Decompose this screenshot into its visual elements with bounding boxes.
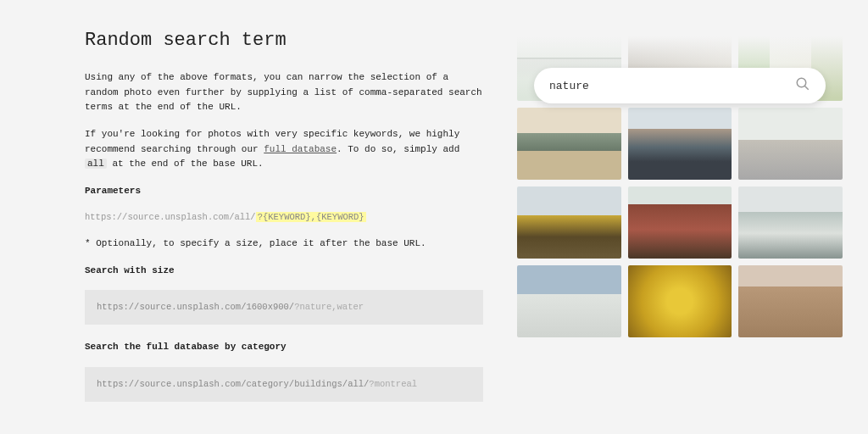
grid-thumbnail[interactable] — [738, 265, 843, 337]
intro-paragraph-2: If you're looking for photos with very s… — [85, 127, 483, 172]
optional-note: * Optionally, to specify a size, place i… — [85, 236, 483, 252]
all-tag: all — [85, 159, 107, 169]
full-database-code: https://source.unsplash.com/category/bui… — [85, 367, 483, 402]
grid-thumbnail[interactable] — [517, 265, 621, 337]
grid-thumbnail[interactable] — [628, 186, 732, 259]
full-database-link[interactable]: full database — [264, 144, 337, 154]
grid-thumbnail[interactable] — [738, 186, 843, 259]
parameters-label: Parameters — [85, 184, 483, 199]
grid-thumbnail[interactable] — [517, 186, 621, 259]
search-input[interactable]: nature — [549, 80, 795, 92]
intro-paragraph-1: Using any of the above formats, you can … — [85, 70, 483, 115]
full-database-label: Search the full database by category — [85, 340, 483, 355]
search-icon[interactable] — [795, 76, 810, 96]
search-bar[interactable]: nature — [534, 68, 826, 103]
section-heading: Random search term — [85, 25, 483, 55]
parameters-url: https://source.unsplash.com/all/?{KEYWOR… — [85, 210, 483, 225]
search-with-size-label: Search with size — [85, 264, 483, 279]
svg-line-1 — [804, 86, 809, 90]
search-with-size-code: https://source.unsplash.com/1600x900/?na… — [85, 290, 483, 325]
grid-thumbnail[interactable] — [738, 108, 843, 180]
grid-thumbnail[interactable] — [628, 265, 732, 337]
svg-point-0 — [797, 78, 806, 87]
grid-thumbnail[interactable] — [628, 108, 732, 180]
grid-thumbnail[interactable] — [517, 108, 621, 180]
